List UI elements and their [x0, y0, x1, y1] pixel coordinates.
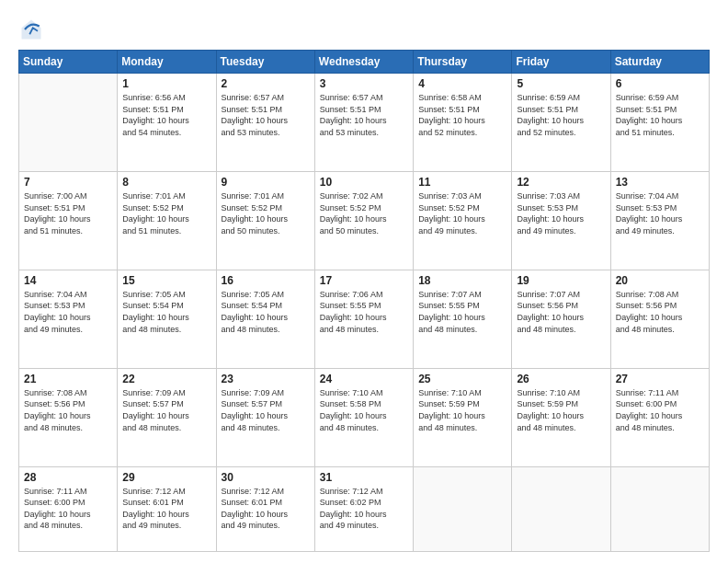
- day-number: 5: [517, 77, 605, 90]
- day-info: Sunrise: 7:12 AM Sunset: 6:01 PM Dayligh…: [122, 486, 210, 532]
- day-number: 9: [222, 176, 310, 189]
- day-number: 29: [122, 471, 210, 484]
- day-cell: [414, 466, 512, 551]
- day-cell: 5Sunrise: 6:59 AM Sunset: 5:51 PM Daylig…: [512, 74, 610, 172]
- day-cell: 21Sunrise: 7:08 AM Sunset: 5:56 PM Dayli…: [19, 368, 118, 466]
- day-cell: 3Sunrise: 6:57 AM Sunset: 5:51 PM Daylig…: [314, 74, 413, 172]
- day-cell: 27Sunrise: 7:11 AM Sunset: 6:00 PM Dayli…: [610, 368, 709, 466]
- day-cell: [610, 466, 709, 551]
- day-cell: 22Sunrise: 7:09 AM Sunset: 5:57 PM Dayli…: [118, 368, 216, 466]
- day-number: 27: [616, 373, 704, 385]
- day-info: Sunrise: 7:11 AM Sunset: 6:00 PM Dayligh…: [24, 486, 112, 532]
- day-number: 24: [320, 373, 408, 385]
- weekday-header-wednesday: Wednesday: [314, 51, 413, 74]
- day-cell: 17Sunrise: 7:06 AM Sunset: 5:55 PM Dayli…: [314, 270, 413, 368]
- header: [18, 17, 710, 42]
- weekday-header-sunday: Sunday: [19, 51, 118, 74]
- day-number: 12: [517, 176, 605, 189]
- day-cell: 8Sunrise: 7:01 AM Sunset: 5:52 PM Daylig…: [118, 171, 216, 270]
- day-info: Sunrise: 6:59 AM Sunset: 5:51 PM Dayligh…: [517, 92, 605, 138]
- weekday-header-friday: Friday: [512, 51, 610, 74]
- day-cell: 9Sunrise: 7:01 AM Sunset: 5:52 PM Daylig…: [216, 171, 314, 270]
- day-info: Sunrise: 7:10 AM Sunset: 5:59 PM Dayligh…: [517, 387, 605, 433]
- day-info: Sunrise: 6:56 AM Sunset: 5:51 PM Dayligh…: [122, 92, 210, 138]
- day-cell: 29Sunrise: 7:12 AM Sunset: 6:01 PM Dayli…: [118, 466, 216, 551]
- day-number: 30: [222, 471, 310, 484]
- day-info: Sunrise: 7:04 AM Sunset: 5:53 PM Dayligh…: [616, 190, 704, 236]
- day-cell: 7Sunrise: 7:00 AM Sunset: 5:51 PM Daylig…: [19, 171, 118, 270]
- day-number: 6: [616, 77, 704, 90]
- day-number: 8: [122, 176, 210, 189]
- day-number: 11: [418, 176, 506, 189]
- week-row-4: 21Sunrise: 7:08 AM Sunset: 5:56 PM Dayli…: [19, 368, 710, 466]
- logo: [18, 17, 48, 42]
- day-info: Sunrise: 7:01 AM Sunset: 5:52 PM Dayligh…: [122, 190, 210, 236]
- day-cell: 10Sunrise: 7:02 AM Sunset: 5:52 PM Dayli…: [314, 171, 413, 270]
- day-cell: 16Sunrise: 7:05 AM Sunset: 5:54 PM Dayli…: [216, 270, 314, 368]
- day-number: 28: [24, 471, 112, 484]
- day-info: Sunrise: 7:07 AM Sunset: 5:55 PM Dayligh…: [418, 289, 506, 335]
- day-number: 22: [122, 373, 210, 385]
- day-cell: 15Sunrise: 7:05 AM Sunset: 5:54 PM Dayli…: [118, 270, 216, 368]
- week-row-3: 14Sunrise: 7:04 AM Sunset: 5:53 PM Dayli…: [19, 270, 710, 368]
- logo-icon: [18, 17, 44, 42]
- day-number: 25: [418, 373, 506, 385]
- day-info: Sunrise: 7:07 AM Sunset: 5:56 PM Dayligh…: [517, 289, 605, 335]
- day-info: Sunrise: 6:57 AM Sunset: 5:51 PM Dayligh…: [320, 92, 408, 138]
- day-cell: 30Sunrise: 7:12 AM Sunset: 6:01 PM Dayli…: [216, 466, 314, 551]
- day-number: 31: [320, 471, 408, 484]
- day-number: 18: [418, 274, 506, 287]
- weekday-header-saturday: Saturday: [610, 51, 709, 74]
- day-info: Sunrise: 7:08 AM Sunset: 5:56 PM Dayligh…: [616, 289, 704, 335]
- day-info: Sunrise: 6:59 AM Sunset: 5:51 PM Dayligh…: [616, 92, 704, 138]
- day-cell: 25Sunrise: 7:10 AM Sunset: 5:59 PM Dayli…: [414, 368, 512, 466]
- day-info: Sunrise: 7:04 AM Sunset: 5:53 PM Dayligh…: [24, 289, 112, 335]
- day-number: 16: [222, 274, 310, 287]
- calendar-table: SundayMondayTuesdayWednesdayThursdayFrid…: [18, 50, 710, 552]
- weekday-header-monday: Monday: [118, 51, 216, 74]
- day-cell: 2Sunrise: 6:57 AM Sunset: 5:51 PM Daylig…: [216, 74, 314, 172]
- day-number: 7: [24, 176, 112, 189]
- day-cell: 1Sunrise: 6:56 AM Sunset: 5:51 PM Daylig…: [118, 74, 216, 172]
- day-cell: 24Sunrise: 7:10 AM Sunset: 5:58 PM Dayli…: [314, 368, 413, 466]
- day-cell: 23Sunrise: 7:09 AM Sunset: 5:57 PM Dayli…: [216, 368, 314, 466]
- day-number: 13: [616, 176, 704, 189]
- day-info: Sunrise: 6:58 AM Sunset: 5:51 PM Dayligh…: [418, 92, 506, 138]
- day-number: 23: [222, 373, 310, 385]
- weekday-header-row: SundayMondayTuesdayWednesdayThursdayFrid…: [19, 51, 710, 74]
- day-number: 1: [122, 77, 210, 90]
- day-info: Sunrise: 7:01 AM Sunset: 5:52 PM Dayligh…: [222, 190, 310, 236]
- day-info: Sunrise: 6:57 AM Sunset: 5:51 PM Dayligh…: [222, 92, 310, 138]
- day-info: Sunrise: 7:03 AM Sunset: 5:52 PM Dayligh…: [418, 190, 506, 236]
- day-number: 17: [320, 274, 408, 287]
- day-cell: [19, 74, 118, 172]
- day-number: 10: [320, 176, 408, 189]
- day-cell: 6Sunrise: 6:59 AM Sunset: 5:51 PM Daylig…: [610, 74, 709, 172]
- weekday-header-thursday: Thursday: [414, 51, 512, 74]
- day-info: Sunrise: 7:10 AM Sunset: 5:59 PM Dayligh…: [418, 387, 506, 433]
- day-cell: 31Sunrise: 7:12 AM Sunset: 6:02 PM Dayli…: [314, 466, 413, 551]
- week-row-5: 28Sunrise: 7:11 AM Sunset: 6:00 PM Dayli…: [19, 466, 710, 551]
- day-cell: [512, 466, 610, 551]
- day-number: 3: [320, 77, 408, 90]
- day-cell: 12Sunrise: 7:03 AM Sunset: 5:53 PM Dayli…: [512, 171, 610, 270]
- day-number: 14: [24, 274, 112, 287]
- day-cell: 11Sunrise: 7:03 AM Sunset: 5:52 PM Dayli…: [414, 171, 512, 270]
- day-cell: 28Sunrise: 7:11 AM Sunset: 6:00 PM Dayli…: [19, 466, 118, 551]
- page: SundayMondayTuesdayWednesdayThursdayFrid…: [0, 0, 728, 563]
- day-number: 4: [418, 77, 506, 90]
- day-info: Sunrise: 7:12 AM Sunset: 6:02 PM Dayligh…: [320, 486, 408, 532]
- day-info: Sunrise: 7:02 AM Sunset: 5:52 PM Dayligh…: [320, 190, 408, 236]
- week-row-2: 7Sunrise: 7:00 AM Sunset: 5:51 PM Daylig…: [19, 171, 710, 270]
- day-info: Sunrise: 7:12 AM Sunset: 6:01 PM Dayligh…: [222, 486, 310, 532]
- day-number: 21: [24, 373, 112, 385]
- day-cell: 14Sunrise: 7:04 AM Sunset: 5:53 PM Dayli…: [19, 270, 118, 368]
- day-info: Sunrise: 7:11 AM Sunset: 6:00 PM Dayligh…: [616, 387, 704, 433]
- day-cell: 20Sunrise: 7:08 AM Sunset: 5:56 PM Dayli…: [610, 270, 709, 368]
- day-number: 2: [222, 77, 310, 90]
- day-number: 20: [616, 274, 704, 287]
- day-cell: 13Sunrise: 7:04 AM Sunset: 5:53 PM Dayli…: [610, 171, 709, 270]
- day-info: Sunrise: 7:06 AM Sunset: 5:55 PM Dayligh…: [320, 289, 408, 335]
- day-number: 15: [122, 274, 210, 287]
- day-info: Sunrise: 7:09 AM Sunset: 5:57 PM Dayligh…: [222, 387, 310, 433]
